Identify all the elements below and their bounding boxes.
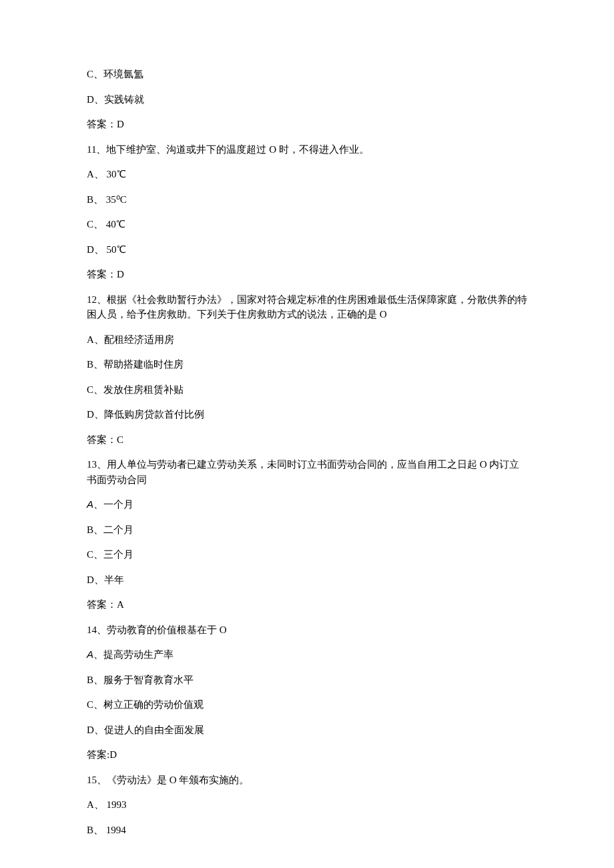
question-14: 14、劳动教育的价值根基在于 O	[87, 622, 527, 638]
option-d: D、 50℃	[87, 242, 527, 258]
question-12: 12、根据《社会救助暂行办法》，国家对符合规定标准的住房困难最低生活保障家庭，分…	[87, 292, 527, 322]
option-a: A、一个月	[87, 497, 527, 512]
option-c: C、三个月	[87, 547, 527, 562]
option-b: B、服务于智育教育水平	[87, 673, 527, 688]
option-a: A、 30℃	[87, 167, 527, 182]
option-a: A、提高劳动生产率	[87, 647, 527, 663]
option-b: B、帮助搭建临时住房	[87, 357, 527, 372]
question-11: 11、地下维护室、沟道或井下的温度超过 O 时，不得进入作业。	[87, 142, 527, 157]
option-c: C、树立正确的劳动价值观	[87, 697, 527, 713]
answer: 答案：C	[87, 432, 527, 448]
option-c: C、 40℃	[87, 217, 527, 232]
answer: 答案：D	[87, 117, 527, 132]
document-page: C、环境氤氲 D、实践铸就 答案：D 11、地下维护室、沟道或井下的温度超过 O…	[0, 0, 614, 868]
option-c: C、环境氤氲	[87, 67, 527, 82]
answer: 答案：D	[87, 267, 527, 282]
answer: 答案:D	[87, 747, 527, 763]
option-d: D、实践铸就	[87, 92, 527, 107]
question-15: 15、《劳动法》是 O 年颁布实施的。	[87, 773, 527, 788]
option-d: D、促进人的自由全面发展	[87, 723, 527, 738]
option-a: A、 1993	[87, 797, 527, 813]
option-c: C、发放住房租赁补贴	[87, 382, 527, 398]
option-letter: A	[87, 648, 93, 660]
option-b: B、二个月	[87, 522, 527, 538]
option-letter: A	[87, 498, 93, 510]
answer: 答案：A	[87, 597, 527, 612]
question-13: 13、用人单位与劳动者已建立劳动关系，未同时订立书面劳动合同的，应当自用工之日起…	[87, 457, 527, 487]
option-d: D、半年	[87, 572, 527, 588]
option-text: 、提高劳动生产率	[93, 649, 174, 660]
option-text: 、一个月	[93, 499, 133, 510]
option-b: B、 1994	[87, 823, 527, 838]
option-b: B、 35⁰C	[87, 192, 527, 207]
option-a: A、配租经济适用房	[87, 332, 527, 348]
option-d: D、降低购房贷款首付比例	[87, 407, 527, 422]
